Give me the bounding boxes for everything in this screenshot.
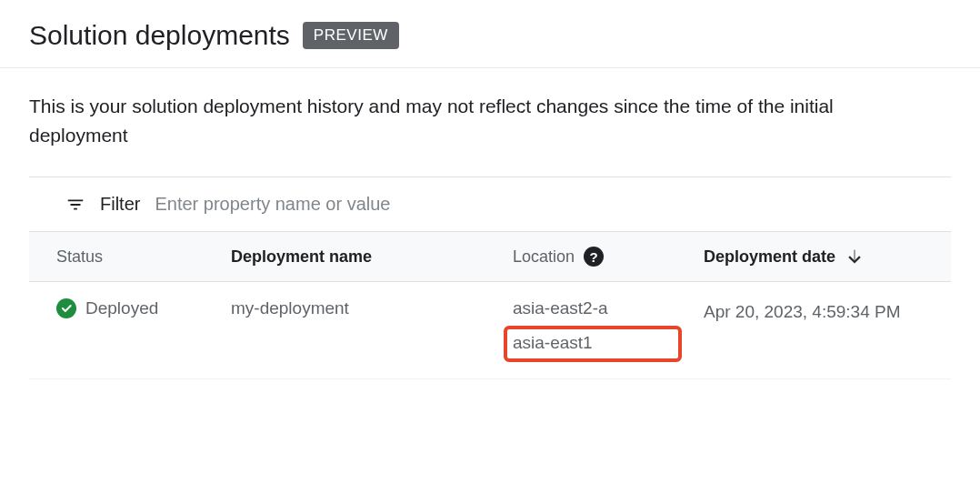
column-header-name[interactable]: Deployment name (220, 232, 502, 282)
deployment-date-cell: Apr 20, 2023, 4:59:34 PM (693, 282, 951, 379)
filter-input[interactable] (155, 194, 944, 215)
column-header-date[interactable]: Deployment date (693, 232, 951, 282)
location-value: asia-east1 (513, 333, 593, 352)
filter-label: Filter (100, 194, 140, 215)
date-header-label: Deployment date (704, 247, 835, 267)
table-row[interactable]: Deployedmy-deploymentasia-east2-aasia-ea… (29, 282, 951, 379)
description-text: This is your solution deployment history… (0, 68, 918, 176)
status-cell: Deployed (29, 282, 220, 379)
help-icon[interactable]: ? (584, 247, 604, 267)
preview-badge: PREVIEW (303, 22, 399, 49)
location-value: asia-east2-a (513, 298, 682, 318)
status-text: Deployed (85, 298, 158, 318)
column-header-status[interactable]: Status (29, 232, 220, 282)
column-header-location[interactable]: Location ? (502, 232, 693, 282)
highlighted-location: asia-east1 (504, 326, 682, 362)
location-cell: asia-east2-aasia-east1 (502, 282, 693, 379)
filter-bar[interactable]: Filter (29, 176, 951, 232)
filter-icon (65, 195, 85, 215)
page-title: Solution deployments (29, 20, 290, 51)
location-header-label: Location (513, 247, 575, 267)
check-circle-icon (56, 298, 76, 318)
deployment-name-cell: my-deployment (220, 282, 502, 379)
sort-descending-icon[interactable] (845, 247, 865, 267)
deployments-table: Status Deployment name Location ? Deploy… (29, 232, 951, 379)
table-header-row: Status Deployment name Location ? Deploy… (29, 232, 951, 282)
